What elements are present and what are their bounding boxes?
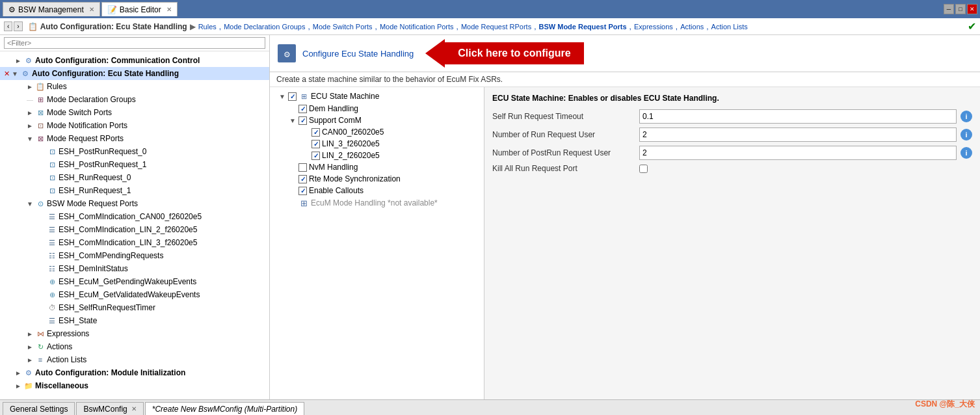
breadcrumb-link-actions[interactable]: Actions [680,23,704,31]
tree-item-esh-postrun1[interactable]: — ⊡ ESH_PostRunRequest_1 [0,158,269,171]
breadcrumb-link-mode-decl[interactable]: Mode Declaration Groups [224,23,305,31]
info-icon-self-run[interactable]: i [960,111,972,122]
checkbox-ecu-sm[interactable] [288,92,297,101]
bottom-tab-create-new[interactable]: *Create New BswMConfig (Multi-Partition) [145,402,304,415]
breadcrumb-link-bsw-mode[interactable]: BSW Mode Request Ports [539,23,627,31]
tree-item-mode-switch[interactable]: ► ⊠ Mode Switch Ports [0,106,269,119]
tree-item-mode-decl[interactable]: — ⊞ Mode Declaration Groups [0,93,269,106]
bottom-tab-general[interactable]: General Settings [3,402,75,415]
expand-mode-req[interactable]: ▼ [26,135,34,142]
tree-item-esh-comm-can[interactable]: — ☰ ESH_ComMIndication_CAN00_f26020e5 [0,210,269,223]
filter-input[interactable] [4,37,265,49]
sep: , [308,22,310,31]
comm-lin3-label: ESH_ComMIndication_LIN_3_f26020e5 [59,238,197,247]
mid-item-callouts[interactable]: — Enable Callouts [270,185,484,196]
close-button[interactable]: ✕ [967,4,977,14]
checkbox-nvm[interactable] [298,163,307,172]
expand-mode-switch[interactable]: ► [26,109,34,116]
mid-item-can00[interactable]: — CAN00_f26020e5 [270,126,484,138]
tree-item-esh-dem-init[interactable]: — ☷ ESH_DemInitStatus [0,262,269,275]
prop-input-self-run[interactable] [639,109,957,124]
postrun0-icon: ⊡ [47,146,57,157]
checkbox-lin2[interactable] [311,152,320,160]
breadcrumb-link-mode-notif[interactable]: Mode Notification Ports [380,23,454,31]
mid-item-lin3[interactable]: — LIN_3_f26020e5 [270,138,484,150]
bottom-tab-bswmconfig[interactable]: BswMConfig ✕ [76,402,143,415]
tree-item-esh-self-run[interactable]: — ⏱ ESH_SelfRunRequestTimer [0,301,269,314]
checkbox-comm[interactable] [298,116,307,125]
tree-item-bsw-mode[interactable]: ▼ ⊙ BSW Mode Request Ports [0,197,269,210]
mid-item-rte[interactable]: — Rte Mode Synchronization [270,173,484,185]
tree-item-esh-postrun0[interactable]: — ⊡ ESH_PostRunRequest_0 [0,145,269,158]
breadcrumb-link-expressions[interactable]: Expressions [634,23,673,31]
prop-label-run-user: Number of Run Request User [492,130,635,139]
expand-comm-control[interactable]: ► [14,57,22,64]
tree-item-misc[interactable]: ► 📁 Miscellaneous [0,379,269,392]
expand-misc[interactable]: ► [14,382,22,390]
tree-item-esh-state[interactable]: — ☰ ESH_State [0,314,269,327]
tree-item-esh-run0[interactable]: — ⊡ ESH_RunRequest_0 [0,171,269,184]
breadcrumb-folder-icon: 📋 [28,22,38,31]
expand-action-lists[interactable]: ► [26,356,34,364]
tree-item-esh-run1[interactable]: — ⊡ ESH_RunRequest_1 [0,184,269,197]
mid-item-lin2[interactable]: — LIN_2_f26020e5 [270,150,484,161]
tab-bsw-management[interactable]: ⚙ BSW Management ✕ [3,2,100,16]
expand-ecu-state[interactable]: ▼ [11,70,19,77]
expand-module-init[interactable]: ► [14,369,22,377]
tree-item-mode-req[interactable]: ▼ ⊠ Mode Request RPorts [0,132,269,145]
tree-item-esh-ecum-val[interactable]: — ⊕ ESH_EcuM_GetValidatedWakeupEvents [0,288,269,301]
mid-expand-comm[interactable]: ▼ [289,116,297,124]
expand-mode-decl[interactable]: — [26,96,34,103]
expand-mode-notif[interactable]: ► [26,122,34,129]
minimize-button[interactable]: ─ [944,4,954,14]
tab-basic-editor[interactable]: 📝 Basic Editor ✕ [101,2,178,16]
info-icon-run-user[interactable]: i [960,129,972,141]
mid-item-support-comm[interactable]: ▼ Support ComM [270,114,484,126]
dem-init-icon: ☷ [47,263,57,274]
prop-input-postrun-user[interactable] [639,146,957,160]
mid-item-dem-handling[interactable]: — Dem Handling [270,103,484,114]
tree-item-expressions[interactable]: ► ⋈ Expressions [0,327,269,340]
close-ecu-state[interactable]: ✕ [4,70,10,78]
prop-checkbox-kill-all[interactable] [639,165,648,173]
mid-item-ecu-sm[interactable]: ▼ ⊞ ECU State Machine [270,90,484,103]
nav-forward-button[interactable]: › [14,21,22,31]
breadcrumb-link-rules[interactable]: Rules [198,23,217,31]
configure-link[interactable]: Configure Ecu State Handling [302,49,414,59]
mode-switch-label: Mode Switch Ports [47,108,112,117]
tree-item-esh-comm-lin3[interactable]: — ☰ ESH_ComMIndication_LIN_3_f26020e5 [0,236,269,249]
mid-item-ecum-mode[interactable]: — ⊞ EcuM Mode Handling *not available* [270,196,484,209]
tree-item-rules[interactable]: ► 📋 Rules [0,80,269,93]
mid-item-nvm[interactable]: — NvM Handling [270,161,484,173]
tab-close-bsw[interactable]: ✕ [89,6,94,13]
tree-item-ecu-state[interactable]: ✕ ▼ ⚙ Auto Configuration: Ecu State Hand… [0,67,269,80]
expand-expressions[interactable]: ► [26,330,34,338]
breadcrumb-link-mode-req[interactable]: Mode Request RPorts [461,23,531,31]
prop-input-run-user[interactable] [639,127,957,142]
tab-close-editor[interactable]: ✕ [166,6,172,13]
mid-expand-ecu-sm[interactable]: ▼ [278,92,286,100]
expand-bsw-mode[interactable]: ▼ [26,200,34,208]
breadcrumb-link-mode-switch[interactable]: Mode Switch Ports [313,23,373,31]
tree-item-module-init[interactable]: ► ⚙ Auto Configuration: Module Initializ… [0,366,269,379]
checkbox-can00[interactable] [311,128,320,137]
restore-button[interactable]: □ [955,4,966,14]
breadcrumb-link-action-lists[interactable]: Action Lists [711,23,748,31]
tree-item-esh-ecum-get[interactable]: — ⊕ ESH_EcuM_GetPendingWakeupEvents [0,275,269,288]
bsw-mode-label: BSW Mode Request Ports [47,199,138,208]
checkbox-dem[interactable] [298,105,307,113]
checkbox-rte[interactable] [298,175,307,183]
nav-back-button[interactable]: ‹ [4,21,12,31]
tree-item-actions[interactable]: ► ↻ Actions [0,340,269,353]
tree-item-comm-control[interactable]: ► ⚙ Auto Configuration: Communication Co… [0,54,269,67]
tree-item-action-lists[interactable]: ► ≡ Action Lists [0,353,269,366]
checkbox-callouts[interactable] [298,187,307,195]
close-bswmconfig[interactable]: ✕ [131,405,137,412]
expand-rules[interactable]: ► [26,83,34,90]
tree-item-mode-notif[interactable]: ► ⊡ Mode Notification Ports [0,119,269,132]
checkbox-lin3[interactable] [311,140,320,148]
info-icon-postrun-user[interactable]: i [960,147,972,159]
expand-actions[interactable]: ► [26,343,34,351]
tree-item-esh-comm-pending[interactable]: — ☷ ESH_ComMPendingRequests [0,249,269,262]
tree-item-esh-comm-lin2[interactable]: — ☰ ESH_ComMIndication_LIN_2_f26020e5 [0,223,269,236]
